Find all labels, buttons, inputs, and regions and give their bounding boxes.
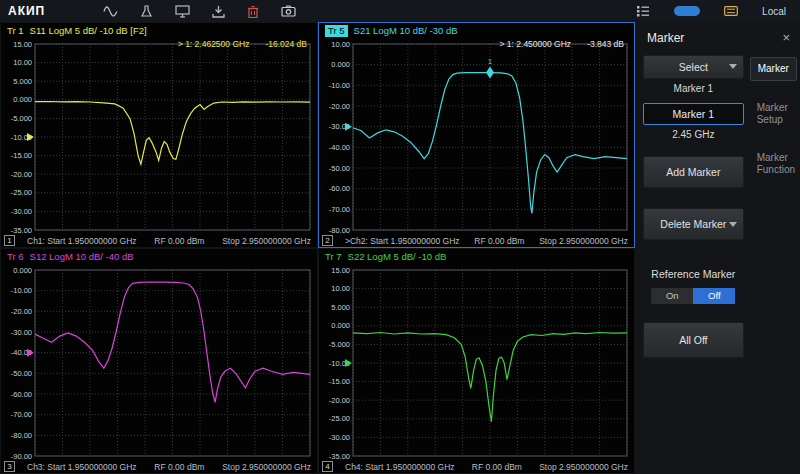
reference-marker-toggle: On Off [643,288,744,304]
footer-start: Ch3: Start 1.950000000 GHz [27,462,137,472]
svg-text:-50.00: -50.00 [329,164,350,173]
channel-4-panel[interactable]: Tr 7 S22 LogM 5 dB/ -10 dB 15.0010.005.0… [318,248,635,474]
reference-marker-label: Reference Marker [643,268,744,280]
footer-stop: Stop 2.950000000 GHz [222,462,311,472]
panel-number[interactable]: 4 [322,461,333,472]
svg-text:-25.00: -25.00 [329,414,350,423]
tab-marker-setup[interactable]: Marker Setup [750,97,797,131]
chevron-down-icon [729,222,737,227]
svg-text:0.000: 0.000 [331,321,350,330]
chevron-down-icon [729,64,737,69]
trace-header: Tr 7 S22 LogM 5 dB/ -10 dB [319,249,634,263]
panel-number[interactable]: 2 [322,235,333,246]
svg-text:-80.00: -80.00 [11,431,32,440]
marker-panel: Marker × Select Marker 1 Marker 1 2.45 G… [635,22,800,474]
panel-number[interactable]: 3 [4,461,15,472]
ref-off-button[interactable]: Off [693,288,735,304]
trace-header: Tr 5 S21 LogM 10 dB/ -30 dB [319,23,634,37]
save-icon[interactable] [212,5,225,18]
marker-1-button[interactable]: Marker 1 [643,103,744,125]
flask-icon[interactable] [140,5,153,18]
plot-area[interactable]: 10.000.000-10.00-20.00-30.00-40.00-50.00… [319,39,634,234]
trace-label[interactable]: Tr 1 [7,25,24,37]
channel-2-panel[interactable]: Tr 5 S21 LogM 10 dB/ -30 dB > 1: 2.45000… [318,22,635,248]
delete-marker-dropdown[interactable]: Delete Marker [643,208,744,240]
trace-scale-label: S22 LogM 5 dB/ -10 dB [348,251,447,263]
svg-text:-80.00: -80.00 [329,226,350,235]
preset-trash-icon[interactable] [247,5,259,18]
svg-text:10.00: 10.00 [13,58,32,67]
trace-label[interactable]: Tr 5 [325,25,348,37]
footer-stop: Stop 2.950000000 GHz [222,236,311,246]
svg-text:10.00: 10.00 [331,284,350,293]
screenshot-camera-icon[interactable] [281,5,296,17]
add-marker-button[interactable]: Add Marker [643,156,744,188]
svg-text:-5.000: -5.000 [329,340,350,349]
footer-rf: RF 0.00 dBm [472,462,522,472]
footer-rf: RF 0.00 dBm [154,236,204,246]
svg-text:-5.000: -5.000 [11,114,32,123]
svg-text:-20.00: -20.00 [11,307,32,316]
svg-text:-70.00: -70.00 [11,410,32,419]
top-toolbar: АКИП Local [0,0,800,22]
chart-grid: Tr 1 S11 LogM 5 dB/ -10 dB [F2] > 1: 2.4… [0,22,635,474]
trace-label[interactable]: Tr 6 [7,251,24,263]
footer-stop: Stop 2.950000000 GHz [539,236,628,246]
trace-scale-label: S21 LogM 10 dB/ -30 dB [354,25,458,37]
brand-logo: АКИП [8,4,45,18]
panel-number[interactable]: 1 [4,235,15,246]
touch-toggle[interactable] [674,6,700,16]
svg-text:-60.00: -60.00 [11,390,32,399]
marker-1-frequency[interactable]: 2.45 GHz [643,125,744,144]
svg-text:-20.00: -20.00 [329,396,350,405]
footer-start: >Ch2: Start 1.950000000 GHz [345,236,460,246]
all-off-button[interactable]: All Off [643,322,744,358]
trace-scale-label: S11 LogM 5 dB/ -10 dB [F2] [30,25,147,37]
keyboard-icon[interactable] [724,6,738,16]
svg-text:-50.00: -50.00 [11,369,32,378]
channel-footer: 3 Ch3: Start 1.950000000 GHz RF 0.00 dBm… [1,460,317,473]
tab-marker[interactable]: Marker [750,57,797,81]
svg-text:-20.00: -20.00 [329,102,350,111]
panel-title: Marker [647,31,684,45]
select-marker-dropdown[interactable]: Select [643,55,744,79]
svg-text:-30.00: -30.00 [11,207,32,216]
select-marker-value: Marker 1 [643,79,744,98]
svg-text:-90.00: -90.00 [11,452,32,461]
marker-readout: > 1: 2.462500 GHz-16.024 dB [178,39,307,49]
display-icon[interactable] [175,5,190,18]
footer-start: Ch4: Start 1.950000000 GHz [345,462,455,472]
plot-area[interactable]: 0.000-10.00-20.00-30.00-40.00-50.00-60.0… [1,265,317,460]
svg-text:0.000: 0.000 [331,60,350,69]
footer-stop: Stop 2.950000000 GHz [539,462,628,472]
svg-text:0.000: 0.000 [13,95,32,104]
trace-label[interactable]: Tr 7 [325,251,342,263]
ref-on-button[interactable]: On [651,288,693,304]
channel-footer: 2 >Ch2: Start 1.950000000 GHz RF 0.00 dB… [319,234,634,247]
footer-rf: RF 0.00 dBm [474,236,524,246]
svg-text:1: 1 [488,57,493,66]
plot-area[interactable]: 15.0010.005.0000.000-5.000-10.00-15.00-2… [319,265,634,460]
menu-list-icon[interactable] [636,5,650,17]
svg-text:-15.00: -15.00 [329,377,350,386]
channel-1-panel[interactable]: Tr 1 S11 LogM 5 dB/ -10 dB [F2] > 1: 2.4… [0,22,318,248]
close-icon[interactable]: × [782,30,790,45]
channel-3-panel[interactable]: Tr 6 S12 LogM 10 dB/ -40 dB 0.000-10.00-… [0,248,318,474]
svg-text:-60.00: -60.00 [329,184,350,193]
channel-footer: 1 Ch1: Start 1.950000000 GHz RF 0.00 dBm… [1,234,317,247]
plot-area[interactable]: 15.0010.005.0000.000-5.000-10.00-15.00-2… [1,39,317,234]
svg-text:-30.00: -30.00 [11,328,32,337]
waveform-icon[interactable] [103,5,118,18]
svg-text:-70.00: -70.00 [329,205,350,214]
channel-footer: 4 Ch4: Start 1.950000000 GHz RF 0.00 dBm… [319,460,634,473]
svg-text:-25.00: -25.00 [11,188,32,197]
svg-text:0.000: 0.000 [13,266,32,275]
trace-header: Tr 1 S11 LogM 5 dB/ -10 dB [F2] [1,23,317,37]
tab-marker-function[interactable]: Marker Function [750,147,797,181]
footer-start: Ch1: Start 1.950000000 GHz [27,236,137,246]
svg-text:5.000: 5.000 [331,303,350,312]
svg-text:-10.00: -10.00 [11,286,32,295]
svg-text:-30.00: -30.00 [329,433,350,442]
local-mode-label[interactable]: Local [762,6,786,17]
svg-text:-10.00: -10.00 [329,81,350,90]
